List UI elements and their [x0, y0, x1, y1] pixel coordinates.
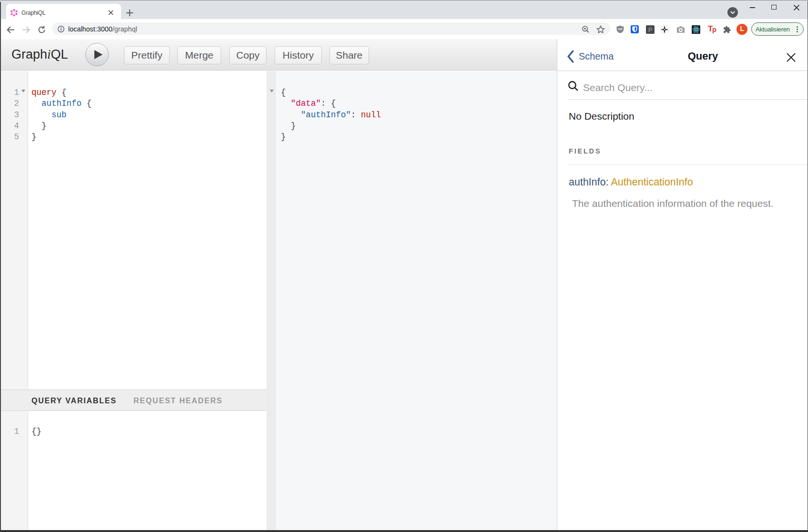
svg-text:UO: UO [618, 28, 623, 31]
svg-text:P: P [648, 27, 652, 33]
